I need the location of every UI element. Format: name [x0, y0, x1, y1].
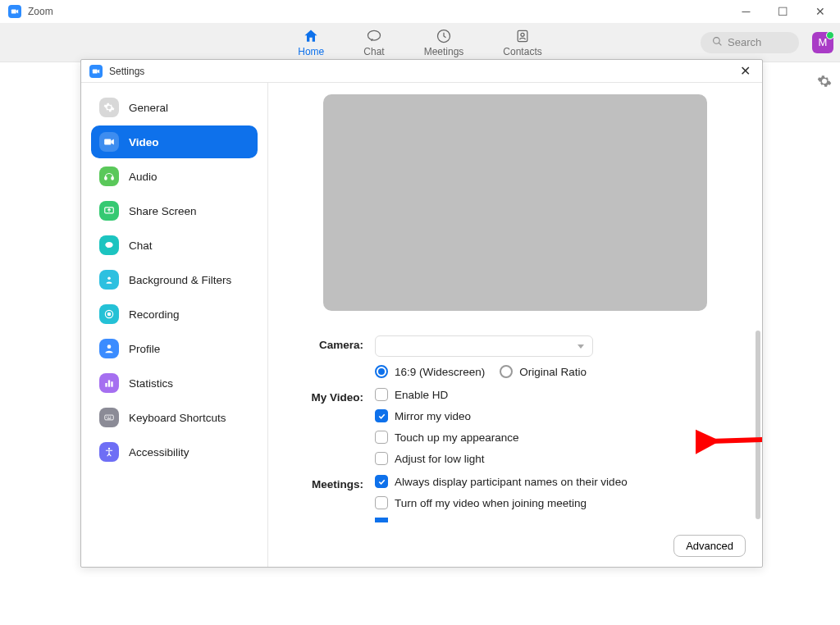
- checkbox-icon: [375, 518, 388, 522]
- svg-point-5: [714, 37, 720, 43]
- turn-off-video-checkbox[interactable]: Turn off my video when joining meeting: [375, 496, 746, 509]
- mirror-video-checkbox[interactable]: Mirror my video: [375, 409, 746, 422]
- sidebar-item-label: Video: [129, 136, 159, 148]
- low-light-checkbox[interactable]: Adjust for low light: [375, 452, 746, 465]
- minimize-button[interactable]: ─: [728, 0, 765, 23]
- keyboard-icon: [99, 408, 119, 427]
- nav-chat[interactable]: Chat: [363, 28, 384, 57]
- sidebar-item-profile[interactable]: Profile: [91, 332, 258, 365]
- search-placeholder: Search: [728, 36, 761, 48]
- aspect-original-label: Original Ratio: [519, 366, 587, 378]
- cutoff-checkbox[interactable]: [375, 518, 746, 522]
- display-names-checkbox[interactable]: Always display participant names on thei…: [375, 475, 746, 488]
- svg-rect-18: [111, 381, 112, 386]
- svg-rect-0: [11, 10, 16, 14]
- low-light-label: Adjust for low light: [395, 453, 485, 465]
- svg-point-4: [521, 33, 524, 36]
- chat-settings-icon: [99, 235, 119, 255]
- svg-rect-23: [107, 418, 112, 419]
- search-icon: [712, 36, 723, 49]
- touch-up-label: Touch up my appearance: [395, 431, 519, 444]
- sidebar-item-accessibility[interactable]: Accessibility: [91, 436, 258, 468]
- sidebar-item-video[interactable]: Video: [91, 125, 258, 158]
- svg-point-11: [105, 242, 112, 248]
- maximize-button[interactable]: ☐: [765, 0, 801, 23]
- camera-select[interactable]: [375, 335, 593, 357]
- sidebar-item-label: Accessibility: [129, 446, 189, 458]
- svg-point-14: [107, 312, 112, 317]
- aspect-16-9-label: 16:9 (Widescreen): [395, 366, 485, 378]
- radio-icon: [500, 365, 513, 378]
- sidebar-item-label: Chat: [129, 240, 153, 252]
- statistics-icon: [99, 373, 119, 393]
- nav-contacts[interactable]: Contacts: [503, 28, 541, 57]
- settings-sidebar: General Video Audio Share Screen Chat Ba…: [81, 83, 268, 567]
- sidebar-item-label: Audio: [129, 171, 158, 183]
- video-icon: [99, 132, 119, 152]
- svg-rect-19: [105, 415, 114, 420]
- touch-up-checkbox[interactable]: Touch up my appearance: [375, 431, 746, 444]
- contacts-icon: [514, 28, 531, 44]
- checkbox-icon: [375, 388, 388, 401]
- mirror-video-label: Mirror my video: [395, 410, 471, 422]
- sidebar-item-general[interactable]: General: [91, 91, 258, 124]
- profile-icon: [99, 339, 119, 358]
- camera-label: Camera:: [285, 335, 375, 378]
- my-video-label: My Video:: [285, 388, 375, 465]
- recording-icon: [99, 304, 119, 324]
- svg-point-24: [108, 448, 110, 449]
- background-icon: [99, 270, 119, 290]
- meetings-label: Meetings:: [285, 475, 375, 522]
- checkbox-icon: [375, 431, 388, 444]
- svg-point-12: [107, 277, 111, 281]
- radio-icon: [375, 365, 388, 378]
- nav-home-label: Home: [298, 46, 324, 57]
- aspect-original-radio[interactable]: Original Ratio: [500, 365, 587, 378]
- sidebar-item-chat[interactable]: Chat: [91, 229, 258, 262]
- svg-point-20: [107, 417, 107, 417]
- close-window-button[interactable]: ✕: [801, 0, 838, 23]
- checkbox-icon: [375, 409, 388, 422]
- sidebar-item-label: Keyboard Shortcuts: [129, 412, 226, 424]
- svg-point-1: [368, 30, 380, 40]
- app-icon: [8, 5, 21, 18]
- svg-rect-8: [105, 177, 107, 180]
- svg-rect-7: [104, 139, 111, 145]
- sidebar-item-label: General: [129, 102, 168, 114]
- general-icon: [99, 98, 119, 117]
- settings-title: Settings: [109, 66, 144, 77]
- nav-meetings[interactable]: Meetings: [424, 28, 464, 57]
- avatar[interactable]: M: [812, 32, 833, 53]
- svg-point-15: [107, 344, 112, 349]
- sidebar-item-background[interactable]: Background & Filters: [91, 263, 258, 296]
- video-preview: [323, 94, 707, 311]
- aspect-16-9-radio[interactable]: 16:9 (Widescreen): [375, 365, 485, 378]
- sidebar-item-label: Statistics: [129, 377, 173, 390]
- gear-icon[interactable]: [817, 74, 832, 92]
- sidebar-item-statistics[interactable]: Statistics: [91, 367, 258, 399]
- sidebar-item-label: Recording: [129, 308, 180, 321]
- search-input[interactable]: Search: [701, 32, 799, 53]
- svg-rect-9: [112, 177, 113, 180]
- clock-icon: [436, 28, 452, 44]
- sidebar-item-label: Profile: [129, 343, 160, 355]
- scrollbar[interactable]: [756, 331, 760, 519]
- checkbox-icon: [375, 475, 388, 488]
- close-icon[interactable]: ✕: [737, 63, 754, 79]
- svg-rect-6: [93, 69, 98, 73]
- checkbox-icon: [375, 496, 388, 509]
- svg-point-22: [110, 417, 111, 417]
- sidebar-item-audio[interactable]: Audio: [91, 160, 258, 193]
- settings-app-icon: [89, 65, 103, 78]
- sidebar-item-keyboard[interactable]: Keyboard Shortcuts: [91, 401, 258, 434]
- sidebar-item-label: Background & Filters: [129, 274, 231, 286]
- svg-rect-16: [105, 383, 107, 387]
- settings-dialog: Settings ✕ General Video Audio Share Scr…: [80, 59, 763, 568]
- sidebar-item-share-screen[interactable]: Share Screen: [91, 194, 258, 227]
- advanced-button[interactable]: Advanced: [673, 535, 746, 557]
- svg-rect-17: [108, 381, 110, 387]
- nav-home[interactable]: Home: [298, 28, 324, 57]
- sidebar-item-recording[interactable]: Recording: [91, 298, 258, 331]
- enable-hd-checkbox[interactable]: Enable HD: [375, 388, 746, 401]
- app-title: Zoom: [28, 6, 53, 17]
